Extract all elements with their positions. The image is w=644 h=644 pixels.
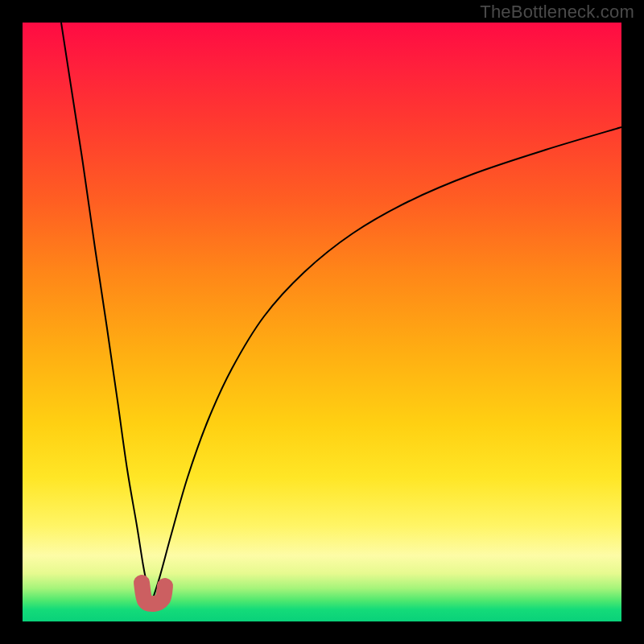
watermark-text: TheBottleneck.com <box>480 2 634 23</box>
plot-area <box>23 23 621 621</box>
bottleneck-curve <box>23 23 621 621</box>
curve-left-branch <box>61 23 151 603</box>
curve-right-branch <box>151 127 621 603</box>
minimum-marker-icon <box>142 583 165 604</box>
chart-frame: TheBottleneck.com <box>0 0 644 644</box>
